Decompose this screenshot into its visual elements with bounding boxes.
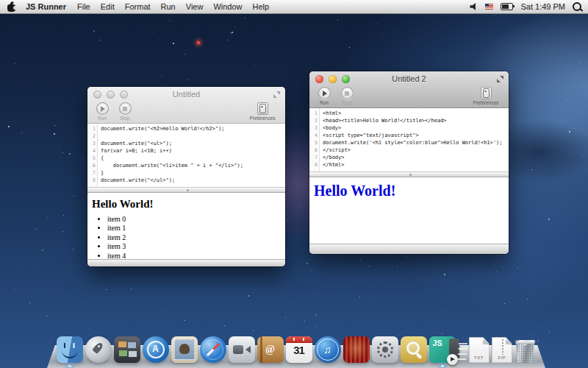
window-header: Untitled Run Stop Preferences xyxy=(87,87,285,124)
mail-icon[interactable] xyxy=(171,336,198,363)
trash-full-icon[interactable] xyxy=(514,339,537,363)
menu-item[interactable]: Format xyxy=(125,2,151,11)
app-store-icon[interactable]: A xyxy=(143,336,169,363)
preferences-button[interactable]: Preferences xyxy=(245,102,279,121)
icon-label: 31 xyxy=(286,344,312,356)
switch-icon xyxy=(257,102,268,115)
menubar-clock[interactable]: Sat 1:49 PM xyxy=(520,2,565,11)
output-list-item: item 4 xyxy=(107,252,279,259)
js-runner-icon[interactable]: JS xyxy=(429,336,456,363)
fullscreen-icon[interactable] xyxy=(273,91,280,98)
window-untitled-2: Untitled 2 Run Stop Preferences 1 <html> xyxy=(309,71,509,254)
launchpad-icon[interactable] xyxy=(85,336,112,363)
menu-item[interactable]: File xyxy=(77,2,90,11)
finder-icon[interactable] xyxy=(57,336,83,363)
output-pane: Hello World! xyxy=(309,177,509,244)
window-bottom-bar xyxy=(87,259,285,266)
preview-icon[interactable] xyxy=(401,336,427,363)
photo-booth-icon[interactable] xyxy=(343,336,370,363)
play-icon xyxy=(96,102,109,115)
menu-item[interactable]: View xyxy=(186,2,204,11)
menu-item[interactable]: Window xyxy=(213,2,242,11)
mission-control-icon[interactable] xyxy=(114,336,140,363)
red-star xyxy=(197,41,200,44)
switch-icon xyxy=(481,87,492,99)
fullscreen-icon[interactable] xyxy=(497,76,503,82)
code-line: 6 </script> xyxy=(309,146,509,154)
output-list-item: item 1 xyxy=(107,224,279,233)
window-title: Untitled 2 xyxy=(309,74,509,83)
menu-item[interactable]: Run xyxy=(161,2,176,11)
window-header: Untitled 2 Run Stop Preferences xyxy=(309,71,509,108)
output-pane: Hello World! item 0item 1item 2item 3ite… xyxy=(87,193,285,259)
code-line: 1 <html> xyxy=(309,110,509,117)
icon-label: ZIP xyxy=(492,355,512,360)
line-number: 3 xyxy=(309,124,320,132)
txt-file-icon[interactable]: TXT xyxy=(469,337,490,363)
window-untitled: Untitled Run Stop Preferences 1 document… xyxy=(87,87,285,266)
splitter-handle[interactable] xyxy=(309,171,509,177)
line-number: 6 xyxy=(309,146,320,154)
stop-icon xyxy=(341,87,354,99)
menu-item[interactable]: Help xyxy=(253,2,270,11)
output-list-item: item 3 xyxy=(107,242,279,251)
code-line: 3 document.write("<ul>"); xyxy=(87,140,285,147)
line-number: 7 xyxy=(87,169,98,177)
code-editor[interactable]: 1 document.write("<h2>Hello World!</h2>"… xyxy=(87,124,285,187)
safari-icon[interactable] xyxy=(200,336,226,363)
battery-icon[interactable] xyxy=(501,3,513,10)
line-number: 2 xyxy=(87,132,98,140)
icon-label: @ xyxy=(257,344,284,355)
output-list: item 0item 1item 2item 3item 4item 5 xyxy=(92,215,279,259)
line-number: 1 xyxy=(87,125,98,132)
menu-item[interactable]: Edit xyxy=(101,2,115,11)
zip-file-icon[interactable]: ZIP xyxy=(492,337,512,363)
running-indicator xyxy=(68,365,71,367)
itunes-icon[interactable]: ♫ xyxy=(315,336,341,363)
titlebar[interactable]: Untitled xyxy=(87,87,285,102)
stop-button[interactable]: Stop xyxy=(116,102,134,121)
code-line: 8 document.write("</ul>"); xyxy=(87,177,285,184)
code-line: 7 } xyxy=(87,169,285,177)
code-line: 1 document.write("<h2>Hello World!</h2>"… xyxy=(87,125,285,132)
window-bottom-bar xyxy=(309,244,509,254)
code-line: 2 xyxy=(87,132,285,140)
menubar: JS Runner FileEditFormatRunViewWindowHel… xyxy=(0,0,588,14)
dock-separator xyxy=(456,341,467,363)
run-button[interactable]: Run xyxy=(315,87,333,105)
facetime-icon[interactable] xyxy=(229,336,255,363)
code-line: 4 for(var i=0; i<10; i++) xyxy=(87,147,285,155)
preferences-button[interactable]: Preferences xyxy=(469,87,503,105)
line-number: 8 xyxy=(87,177,98,184)
icon-label: JS xyxy=(433,339,442,347)
code-editor[interactable]: 1 <html> 2 <head><title>Hello World!</ti… xyxy=(309,108,509,171)
toolbar: Run Stop Preferences xyxy=(87,102,285,123)
line-number: 5 xyxy=(87,155,98,162)
line-number: 5 xyxy=(309,139,320,146)
output-heading: Hello World! xyxy=(92,198,279,210)
icon-label: ♫ xyxy=(315,344,341,355)
icon-label: TXT xyxy=(469,355,490,360)
line-number: 8 xyxy=(309,161,320,169)
code-line: 4 <script type="text/javascript"> xyxy=(309,132,509,139)
system-preferences-icon[interactable] xyxy=(372,336,398,363)
stop-button[interactable]: Stop xyxy=(338,87,356,105)
input-language-flag-icon[interactable] xyxy=(485,4,493,10)
output-heading: Hello World! xyxy=(314,183,503,199)
menubar-app-name[interactable]: JS Runner xyxy=(26,2,66,11)
splitter-handle[interactable] xyxy=(87,187,285,193)
play-icon xyxy=(447,354,458,365)
calendar-icon[interactable]: 31 xyxy=(286,336,312,363)
icon-label: A xyxy=(143,344,169,354)
menubar-status: Sat 1:49 PM xyxy=(470,2,588,11)
contacts-icon[interactable]: @ xyxy=(257,336,284,363)
apple-menu-icon[interactable] xyxy=(7,4,15,12)
volume-icon[interactable] xyxy=(470,3,478,10)
output-list-item: item 2 xyxy=(107,233,279,242)
spotlight-icon[interactable] xyxy=(573,2,581,11)
line-number: 7 xyxy=(309,154,320,161)
run-button[interactable]: Run xyxy=(93,102,111,121)
titlebar[interactable]: Untitled 2 xyxy=(309,71,509,86)
line-number: 2 xyxy=(309,117,320,124)
play-icon xyxy=(318,87,331,99)
